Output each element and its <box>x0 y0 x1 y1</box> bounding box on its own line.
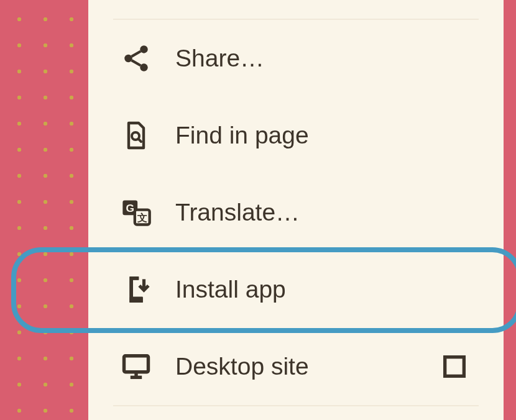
install-app-icon <box>118 274 154 305</box>
share-icon <box>118 43 154 74</box>
menu-item-label: Translate… <box>175 199 504 226</box>
desktop-site-checkbox[interactable] <box>440 352 469 381</box>
menu-item-label: Find in page <box>175 122 504 149</box>
svg-point-0 <box>140 45 148 53</box>
svg-point-2 <box>140 63 148 71</box>
menu-list: Share… Find in page G 文 Tra <box>88 20 504 405</box>
svg-line-3 <box>132 52 141 57</box>
menu-item-find-in-page[interactable]: Find in page <box>88 97 504 174</box>
svg-rect-18 <box>445 357 464 377</box>
translate-icon: G 文 <box>118 196 154 229</box>
overflow-menu-panel: Share… Find in page G 文 Tra <box>88 0 504 420</box>
svg-line-6 <box>139 139 141 142</box>
menu-item-label: Desktop site <box>175 353 440 380</box>
menu-item-label: Install app <box>175 276 504 303</box>
menu-item-install-app[interactable]: Install app <box>88 251 504 328</box>
menu-item-desktop-site[interactable]: Desktop site <box>88 328 504 405</box>
svg-text:文: 文 <box>137 212 147 223</box>
find-in-page-icon <box>118 121 154 150</box>
menu-item-share[interactable]: Share… <box>88 20 504 97</box>
svg-text:G: G <box>126 202 134 214</box>
desktop-icon <box>118 350 154 383</box>
menu-divider-bottom <box>113 405 479 406</box>
menu-item-translate[interactable]: G 文 Translate… <box>88 174 504 251</box>
svg-point-1 <box>124 55 132 63</box>
svg-rect-15 <box>124 356 149 372</box>
right-edge-background <box>504 0 516 420</box>
menu-item-label: Share… <box>175 45 504 72</box>
dotted-background <box>0 0 88 420</box>
svg-line-4 <box>132 60 141 65</box>
